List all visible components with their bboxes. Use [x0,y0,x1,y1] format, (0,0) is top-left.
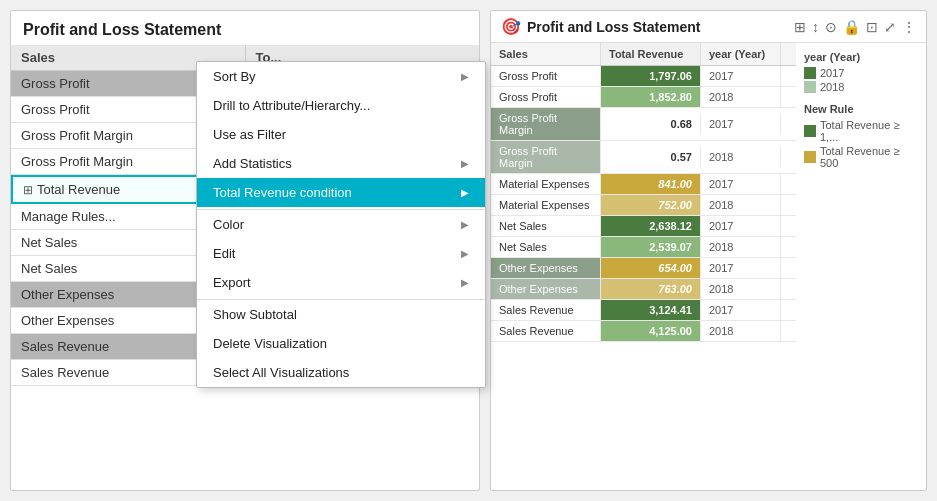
revenue-cell: 4,125.00 [601,321,701,341]
sales-cell: Other Expenses [491,258,601,278]
legend-label: Total Revenue ≥ 1,... [820,119,918,143]
menu-export[interactable]: Export [197,268,485,297]
submenu-arrow-icon [461,158,469,169]
legend-item: Total Revenue ≥ 1,... [804,119,918,143]
revenue-cell: 1,797.06 [601,66,701,86]
table-row[interactable]: Material Expenses 752.00 2018 [491,195,796,216]
menu-sort-by[interactable]: Sort By [197,62,485,91]
revenue-cell: 3,124.41 [601,300,701,320]
right-panel-header: 🎯 Profit and Loss Statement ⊞ ↕ ⊙ 🔒 ⊡ ⤢ … [491,11,926,43]
legend-item: Total Revenue ≥ 500 [804,145,918,169]
table-row[interactable]: Sales Revenue 4,125.00 2018 [491,321,796,342]
sales-cell: Gross Profit [491,87,601,107]
legend-color-box [804,67,816,79]
expand-icon[interactable]: ⤢ [884,19,896,35]
menu-show-subtotal[interactable]: Show Subtotal [197,299,485,329]
col-sales: Sales [491,43,601,65]
year-cell: 2018 [701,195,781,215]
sales-cell: Gross Profit [491,66,601,86]
legend-year-section: year (Year) 2017 2018 [804,51,918,93]
year-cell: 2017 [701,174,781,194]
more-icon[interactable]: ⋮ [902,19,916,35]
sales-cell: Net Sales [491,216,601,236]
legend-rule-title: New Rule [804,103,918,115]
year-cell: 2017 [701,300,781,320]
menu-total-revenue-condition[interactable]: Total Revenue condition [197,178,485,207]
lock-icon[interactable]: 🔒 [843,19,860,35]
revenue-cell: 654.00 [601,258,701,278]
sort-icon[interactable]: ↕ [812,19,819,35]
sales-cell: Material Expenses [491,195,601,215]
table-row[interactable]: Material Expenses 841.00 2017 [491,174,796,195]
context-menu: Sort By Drill to Attribute/Hierarchy... … [196,61,486,388]
menu-delete-visualization[interactable]: Delete Visualization [197,329,485,358]
sales-cell: Gross Profit Margin [491,108,601,140]
menu-drill[interactable]: Drill to Attribute/Hierarchy... [197,91,485,120]
table-row[interactable]: Other Expenses 763.00 2018 [491,279,796,300]
revenue-cell: 841.00 [601,174,701,194]
sales-cell: Sales Revenue [491,300,601,320]
revenue-cell: 0.68 [601,114,701,134]
menu-label: Use as Filter [213,127,286,142]
year-cell: 2017 [701,258,781,278]
sales-cell: Sales Revenue [491,321,601,341]
legend-label: 2018 [820,81,844,93]
revenue-cell: 763.00 [601,279,701,299]
table-row[interactable]: Net Sales 2,638.12 2017 [491,216,796,237]
copy-icon[interactable]: ⊡ [866,19,878,35]
col-year: year (Year) [701,43,781,65]
revenue-cell: 2,539.07 [601,237,701,257]
year-cell: 2018 [701,87,781,107]
menu-label: Export [213,275,251,290]
legend-item: 2018 [804,81,918,93]
submenu-arrow-icon [461,187,469,198]
year-cell: 2018 [701,279,781,299]
sales-cell: Gross Profit Margin [491,141,601,173]
menu-select-all[interactable]: Select All Visualizations [197,358,485,387]
table-row[interactable]: Net Sales 2,539.07 2018 [491,237,796,258]
menu-label: Select All Visualizations [213,365,349,380]
revenue-cell: 752.00 [601,195,701,215]
revenue-cell: 1,852.80 [601,87,701,107]
sales-cell: Material Expenses [491,174,601,194]
table-row[interactable]: Gross Profit 1,797.06 2017 [491,66,796,87]
target-icon[interactable]: ⊙ [825,19,837,35]
right-panel: 🎯 Profit and Loss Statement ⊞ ↕ ⊙ 🔒 ⊡ ⤢ … [490,10,927,491]
year-cell: 2018 [701,237,781,257]
table-row[interactable]: Sales Revenue 3,124.41 2017 [491,300,796,321]
year-cell: 2018 [701,321,781,341]
revenue-cell: 2,638.12 [601,216,701,236]
table-row[interactable]: Gross Profit 1,852.80 2018 [491,87,796,108]
submenu-arrow-icon [461,219,469,230]
menu-edit[interactable]: Edit [197,239,485,268]
menu-use-as-filter[interactable]: Use as Filter [197,120,485,149]
year-cell: 2017 [701,66,781,86]
menu-add-statistics[interactable]: Add Statistics [197,149,485,178]
right-body: Sales Total Revenue year (Year) Gross Pr… [491,43,926,490]
sales-cell: Other Expenses [491,279,601,299]
grid-icon[interactable]: ⊞ [794,19,806,35]
menu-label: Show Subtotal [213,307,297,322]
panel-logo-icon: 🎯 [501,17,521,36]
year-cell: 2017 [701,114,781,134]
table-row[interactable]: Gross Profit Margin 0.68 2017 [491,108,796,141]
table-row[interactable]: Gross Profit Margin 0.57 2018 [491,141,796,174]
menu-label: Delete Visualization [213,336,327,351]
menu-label: Drill to Attribute/Hierarchy... [213,98,370,113]
submenu-arrow-icon [461,248,469,259]
revenue-cell: 0.57 [601,147,701,167]
legend-color-box [804,125,816,137]
grid-icon: ⊞ [23,183,33,197]
legend-label: 2017 [820,67,844,79]
legend-year-title: year (Year) [804,51,918,63]
menu-color[interactable]: Color [197,209,485,239]
submenu-arrow-icon [461,277,469,288]
year-cell: 2018 [701,147,781,167]
menu-label: Add Statistics [213,156,292,171]
legend-color-box [804,151,816,163]
table-row[interactable]: Other Expenses 654.00 2017 [491,258,796,279]
menu-label: Sort By [213,69,256,84]
submenu-arrow-icon [461,71,469,82]
left-panel-title: Profit and Loss Statement [11,11,479,45]
data-table-header: Sales Total Revenue year (Year) [491,43,796,66]
